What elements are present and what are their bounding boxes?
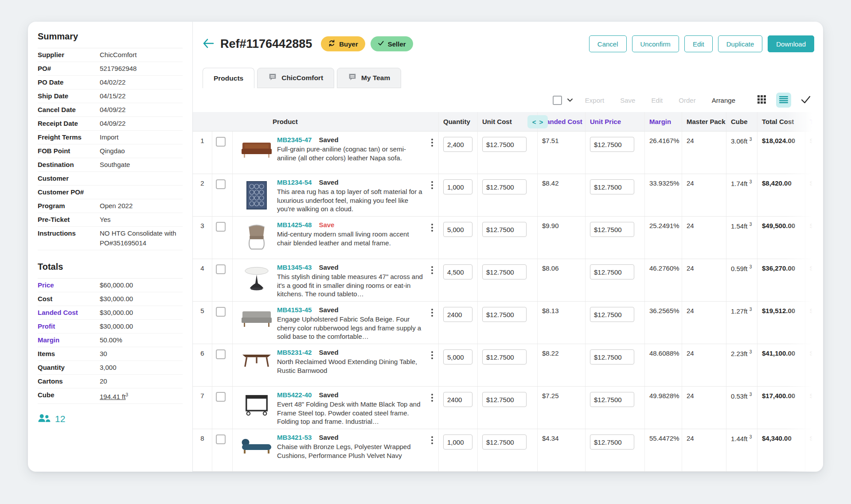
product-code-link[interactable]: MB4153-45 bbox=[277, 306, 312, 314]
row-checkbox[interactable] bbox=[216, 179, 226, 189]
unit-cost-input[interactable] bbox=[482, 307, 527, 322]
tab-products[interactable]: Products bbox=[203, 68, 254, 88]
unit-cost-input[interactable] bbox=[482, 392, 527, 407]
quantity-input[interactable] bbox=[443, 264, 472, 279]
landed-cost-value: $8.13 bbox=[538, 302, 586, 344]
select-all-checkbox[interactable] bbox=[553, 96, 562, 105]
arrange-action[interactable]: Arrange bbox=[712, 97, 735, 104]
unit-price-cell bbox=[586, 174, 645, 216]
members-count: 12 bbox=[55, 414, 65, 424]
product-code-link[interactable]: MB1345-43 bbox=[277, 264, 312, 271]
unit-cost-input[interactable] bbox=[482, 349, 527, 364]
landed-cost-value: $7.51 bbox=[538, 132, 586, 174]
row-checkbox[interactable] bbox=[216, 307, 226, 317]
grid-view-button[interactable] bbox=[754, 93, 769, 108]
kebab-menu-icon[interactable] bbox=[429, 179, 435, 191]
kebab-menu-icon[interactable] bbox=[429, 264, 435, 276]
col-quantity: Quantity bbox=[439, 112, 478, 132]
cancel-button[interactable]: Cancel bbox=[589, 35, 627, 52]
unit-price-input[interactable] bbox=[590, 349, 634, 364]
summary-row: Customer bbox=[38, 172, 183, 186]
confirm-view-button[interactable] bbox=[798, 93, 813, 108]
cube-sup: 3 bbox=[750, 179, 752, 184]
quantity-input[interactable] bbox=[443, 392, 472, 407]
unit-cost-input[interactable] bbox=[482, 222, 527, 237]
edit-action[interactable]: Edit bbox=[651, 97, 663, 104]
unit-price-input[interactable] bbox=[590, 307, 634, 322]
purchase-order-card: Summary Supplier ChicComfort PO# 5217962… bbox=[28, 22, 823, 472]
unit-cost-input[interactable] bbox=[482, 434, 527, 450]
duplicate-button[interactable]: Duplicate bbox=[718, 35, 763, 52]
product-cell: MB5422-40 Saved Evert 48" Folding Desk w… bbox=[233, 387, 439, 429]
product-info: MB1425-48 Save Mid-century modern small … bbox=[275, 221, 423, 259]
tab-my-team-chat[interactable]: My Team bbox=[337, 68, 401, 88]
unit-price-input[interactable] bbox=[590, 179, 634, 194]
cube-total-link[interactable]: 194.41 ft bbox=[100, 393, 125, 400]
row-checkbox[interactable] bbox=[216, 349, 226, 359]
summary-row-value: NO HTG Consolidate with PO#351695014 bbox=[100, 227, 183, 250]
seller-badge[interactable]: Seller bbox=[371, 36, 413, 51]
kebab-menu-icon[interactable] bbox=[429, 434, 435, 446]
back-button[interactable] bbox=[203, 39, 214, 50]
quantity-input[interactable] bbox=[443, 307, 472, 322]
row-number: 6 bbox=[193, 344, 212, 386]
product-code-link[interactable]: MB1234-54 bbox=[277, 178, 312, 186]
unit-cost-input[interactable] bbox=[482, 264, 527, 279]
product-code-link[interactable]: MB2345-47 bbox=[277, 136, 312, 143]
product-image bbox=[241, 394, 273, 429]
summary-row-label: Instructions bbox=[38, 227, 100, 240]
list-view-button[interactable] bbox=[776, 93, 791, 108]
kebab-menu-icon[interactable] bbox=[429, 222, 435, 233]
summary-row-value bbox=[100, 172, 183, 175]
buyer-badge[interactable]: Buyer bbox=[321, 36, 365, 51]
download-button[interactable]: Download bbox=[768, 35, 814, 52]
product-code-link[interactable]: MB1425-48 bbox=[277, 221, 312, 229]
tab-supplier-chat[interactable]: ChicComfort bbox=[257, 68, 334, 88]
row-checkbox[interactable] bbox=[216, 264, 226, 274]
unit-price-input[interactable] bbox=[590, 392, 634, 407]
unit-cost-input[interactable] bbox=[482, 137, 527, 152]
totals-row: Profit $30,000.00 bbox=[38, 320, 183, 333]
kebab-menu-icon[interactable] bbox=[429, 349, 435, 361]
unit-price-input[interactable] bbox=[590, 137, 634, 152]
product-code-link[interactable]: MB3421-53 bbox=[277, 434, 312, 441]
summary-row: Destination Southgate bbox=[38, 158, 183, 172]
product-image bbox=[241, 309, 273, 344]
total-price-value: $18,024.00 bbox=[805, 132, 823, 174]
order-action[interactable]: Order bbox=[679, 97, 695, 104]
team-members[interactable]: 12 bbox=[38, 414, 183, 424]
margin-value: 55.4472% bbox=[645, 429, 682, 471]
product-description: Engage Upholstered Fabric Sofa Beige. Fo… bbox=[277, 315, 423, 341]
row-checkbox[interactable] bbox=[216, 222, 226, 232]
quantity-input[interactable] bbox=[443, 179, 472, 194]
unit-price-input[interactable] bbox=[590, 264, 634, 279]
summary-row-value: Qingdao bbox=[100, 144, 183, 158]
kebab-menu-icon[interactable] bbox=[429, 137, 435, 148]
row-checkbox[interactable] bbox=[216, 392, 226, 402]
export-action[interactable]: Export bbox=[585, 97, 604, 104]
product-code-link[interactable]: MB5231-42 bbox=[277, 349, 312, 356]
master-pack-value: 24 bbox=[682, 174, 726, 216]
quantity-input[interactable] bbox=[443, 137, 472, 152]
row-checkbox[interactable] bbox=[216, 434, 226, 444]
tab-bar: Products ChicComfort My Team bbox=[193, 68, 823, 88]
kebab-menu-icon[interactable] bbox=[429, 307, 435, 318]
edit-button[interactable]: Edit bbox=[684, 35, 713, 52]
chevron-down-icon[interactable] bbox=[566, 97, 574, 104]
landed-cost-value: $8.06 bbox=[538, 259, 586, 301]
kebab-menu-icon[interactable] bbox=[429, 392, 435, 403]
row-checkbox[interactable] bbox=[216, 137, 226, 147]
quantity-input[interactable] bbox=[443, 222, 472, 237]
quantity-input[interactable] bbox=[443, 434, 472, 450]
unit-price-input[interactable] bbox=[590, 222, 634, 237]
total-price-value: $4,340.00 bbox=[805, 429, 823, 471]
unconfirm-button[interactable]: Unconfirm bbox=[632, 35, 679, 52]
product-code-link[interactable]: MB5422-40 bbox=[277, 391, 312, 399]
table-row: 5 MB4153-45 Saved Engage Upholstered Fab… bbox=[193, 302, 823, 344]
summary-row: Customer PO# bbox=[38, 186, 183, 199]
unit-price-input[interactable] bbox=[590, 434, 634, 450]
quantity-input[interactable] bbox=[443, 349, 472, 364]
column-expand-toggle[interactable]: < > bbox=[527, 115, 548, 128]
unit-cost-input[interactable] bbox=[482, 179, 527, 194]
save-action[interactable]: Save bbox=[620, 97, 635, 104]
